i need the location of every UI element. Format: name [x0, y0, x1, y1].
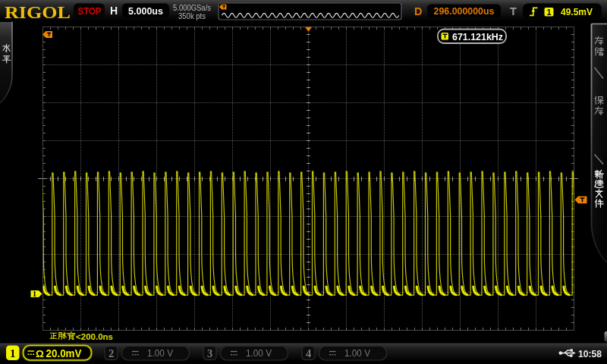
svg-text:2: 2 [109, 347, 114, 359]
svg-text:20.0mV: 20.0mV [46, 347, 82, 359]
svg-text:1: 1 [546, 8, 551, 17]
svg-text:1.00 V: 1.00 V [344, 347, 370, 359]
svg-text:3: 3 [207, 347, 212, 359]
svg-text:5.000us: 5.000us [128, 5, 163, 17]
svg-text:D: D [414, 5, 422, 17]
svg-text:296.000000us: 296.000000us [434, 5, 495, 17]
svg-text:H: H [110, 5, 118, 17]
svg-text:350k pts: 350k pts [178, 11, 206, 20]
svg-text:1: 1 [33, 289, 37, 298]
svg-text:T: T [510, 5, 517, 17]
svg-text:1.00 V: 1.00 V [246, 347, 272, 359]
svg-text:Ω: Ω [36, 348, 44, 359]
svg-text:49.5mV: 49.5mV [561, 6, 593, 17]
svg-text:1: 1 [10, 347, 16, 359]
svg-text:1.00 V: 1.00 V [147, 347, 173, 359]
svg-text:671.121kHz: 671.121kHz [452, 31, 503, 42]
svg-text:<200.0ns: <200.0ns [76, 332, 113, 341]
svg-text:RIGOL: RIGOL [5, 2, 71, 22]
svg-text:10:58: 10:58 [578, 348, 602, 359]
svg-text:STOP: STOP [78, 6, 102, 17]
svg-text:4: 4 [306, 347, 311, 359]
